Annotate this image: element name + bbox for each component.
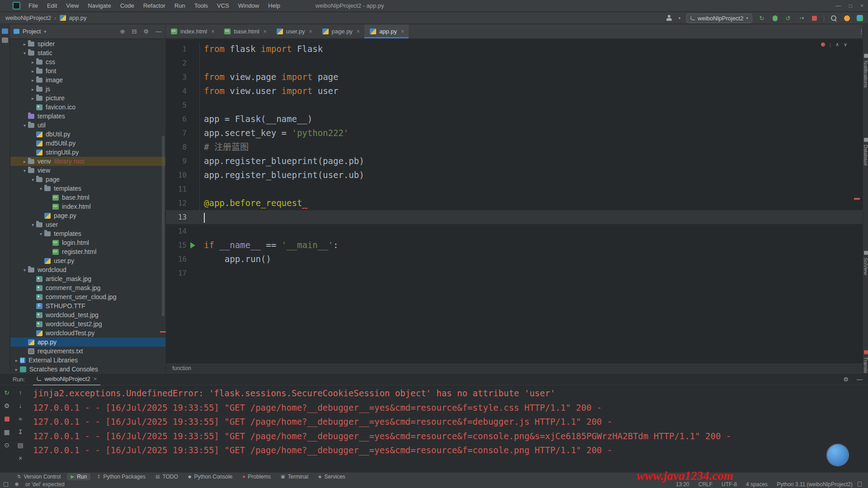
code-line-1[interactable]: 1from flask import Flask xyxy=(166,42,863,56)
tree-arrow-icon[interactable]: ▾ xyxy=(21,168,28,173)
inspections-widget[interactable]: | ∧ ∨ xyxy=(821,42,847,47)
tree-row-md5Util.py[interactable]: md5Util.py xyxy=(10,139,165,148)
code-line-15[interactable]: 15if __name__ == '__main__': xyxy=(166,238,863,252)
code-line-2[interactable]: 2 xyxy=(166,56,863,70)
code-line-7[interactable]: 7app.secret_key = 'python222' xyxy=(166,126,863,140)
close-icon[interactable]: × xyxy=(860,3,863,9)
tree-row-user.py[interactable]: user.py xyxy=(10,256,165,265)
tree-row-view[interactable]: ▾view xyxy=(10,166,165,175)
stripe-tab-database[interactable]: Database xyxy=(863,138,868,166)
collapse-all-icon[interactable]: ⊟ xyxy=(132,28,137,35)
tree-arrow-icon[interactable]: ▸ xyxy=(21,159,28,164)
run-tab-close-icon[interactable]: × xyxy=(94,375,97,382)
background-tasks-icon[interactable] xyxy=(4,482,8,487)
editor-breadcrumb[interactable]: function xyxy=(172,365,191,371)
toolwindow-services[interactable]: ◈Services xyxy=(315,473,349,480)
status-segment-3[interactable]: 4 spaces xyxy=(746,481,768,488)
tree-row-External Libraries[interactable]: ▸External Libraries xyxy=(10,356,165,365)
up-stack-trace-icon[interactable]: ↑ xyxy=(19,388,22,397)
menu-item-run[interactable]: Run xyxy=(171,1,189,10)
tree-row-comment_mask.jpg[interactable]: comment_mask.jpg xyxy=(10,283,165,292)
project-chevron-icon[interactable]: ▾ xyxy=(44,29,46,34)
tree-row-page.py[interactable]: page.py xyxy=(10,211,165,220)
menu-item-file[interactable]: File xyxy=(25,1,42,10)
tree-row-wordcloud_test2.jpg[interactable]: wordcloud_test2.jpg xyxy=(10,319,165,328)
plugin-icon[interactable] xyxy=(856,14,863,22)
tree-row-venv[interactable]: ▸venvlibrary root xyxy=(10,157,165,166)
stripe-tab-sciview[interactable]: SciView xyxy=(863,251,868,275)
stop-icon[interactable] xyxy=(811,14,818,22)
menu-item-vcs[interactable]: VCS xyxy=(213,1,233,10)
tree-arrow-icon[interactable]: ▾ xyxy=(29,222,36,227)
pin-tab-icon[interactable]: ⊙ xyxy=(4,441,9,450)
prev-error-icon[interactable]: ∧ xyxy=(835,42,839,47)
user-menu-icon[interactable] xyxy=(665,14,673,22)
toolwindow-problems[interactable]: ●Problems xyxy=(239,473,274,480)
code-line-12[interactable]: 12@app.before_request_ xyxy=(166,196,863,210)
tree-row-dbUtil.py[interactable]: dbUtil.py xyxy=(10,130,165,139)
tree-row-index.html[interactable]: index.html xyxy=(10,202,165,211)
profiler-icon[interactable]: ◔▾ xyxy=(797,14,805,22)
restore-layout-icon[interactable]: ▦ xyxy=(4,427,9,436)
tree-arrow-icon[interactable]: ▾ xyxy=(38,186,44,191)
project-stripe-icon[interactable] xyxy=(2,28,8,34)
tree-row-article_mask.jpg[interactable]: article_mask.jpg xyxy=(10,274,165,283)
tree-arrow-icon[interactable]: ▾ xyxy=(21,51,28,56)
tab-close-icon[interactable]: × xyxy=(357,28,360,35)
tree-row-requirements.txt[interactable]: requirements.txt xyxy=(10,347,165,356)
code-line-16[interactable]: 16 app.run() xyxy=(166,252,863,266)
tab-base.html[interactable]: base.html× xyxy=(219,24,271,38)
tree-row-Scratches and Consoles[interactable]: ▸Scratches and Consoles xyxy=(10,365,165,372)
menu-item-edit[interactable]: Edit xyxy=(43,1,61,10)
tree-row-wordcloudTest.py[interactable]: wordcloudTest.py xyxy=(10,328,165,338)
down-stack-trace-icon[interactable]: ↓ xyxy=(19,401,22,410)
tree-row-static[interactable]: ▾static xyxy=(10,48,165,57)
code-line-11[interactable]: 11 xyxy=(166,182,863,196)
code-line-14[interactable]: 14 xyxy=(166,224,863,238)
tab-close-icon[interactable]: × xyxy=(211,28,214,35)
tree-row-comment_user_cloud.jpg[interactable]: comment_user_cloud.jpg xyxy=(10,292,165,301)
toolwindow-packages[interactable]: ↥Python Packages xyxy=(93,473,149,480)
project-panel-header[interactable]: Project ▾ ⊕ ⊟ ⚙ — xyxy=(0,24,165,38)
tree-arrow-icon[interactable]: ▸ xyxy=(29,96,36,101)
tab-user.py[interactable]: user.py× xyxy=(271,24,317,38)
scroll-to-end-icon[interactable]: ↧ xyxy=(18,427,23,436)
write-lock-icon[interactable] xyxy=(858,482,862,487)
rerun-icon[interactable]: ↻ xyxy=(4,388,9,397)
console-stop-icon[interactable] xyxy=(5,414,9,423)
tree-row-page[interactable]: ▾page xyxy=(10,175,165,184)
tree-arrow-icon[interactable]: ▸ xyxy=(13,367,20,372)
tree-arrow-icon[interactable]: ▸ xyxy=(29,87,36,92)
tree-row-font[interactable]: ▸font xyxy=(10,66,165,75)
code-line-10[interactable]: 10app.register_blueprint(user.ub) xyxy=(166,168,863,182)
run-line-icon[interactable] xyxy=(190,242,195,249)
tree-row-stringUtil.py[interactable]: stringUtil.py xyxy=(10,148,165,157)
toolwindow-terminal[interactable]: ▣Terminal xyxy=(277,473,312,480)
tree-row-wordcloud_test.jpg[interactable]: wordcloud_test.jpg xyxy=(10,310,165,319)
status-segment-4[interactable]: Python 3.11 (weiboNlpProject2) xyxy=(777,481,853,488)
tree-row-picture[interactable]: ▸picture xyxy=(10,94,165,103)
run-icon[interactable]: ↻ xyxy=(758,14,765,22)
toolwindow-run[interactable]: ▶Run xyxy=(67,473,90,480)
tree-arrow-icon[interactable]: ▸ xyxy=(13,358,20,363)
code-line-9[interactable]: 9app.register_blueprint(page.pb) xyxy=(166,154,863,168)
tab-app.py[interactable]: app.py× xyxy=(364,24,409,38)
run-tab[interactable]: weiboNlpProject2 × xyxy=(33,373,100,385)
stripe-tab-bell[interactable]: Notifications xyxy=(863,54,868,88)
breadcrumb-project[interactable]: weiboNlpProject2 xyxy=(5,14,51,21)
maximize-icon[interactable]: □ xyxy=(849,3,852,9)
tree-row-base.html[interactable]: base.html xyxy=(10,193,165,202)
run-hide-icon[interactable]: — xyxy=(857,376,863,383)
run-config-select[interactable]: weiboNlpProject2 ▾ xyxy=(686,14,752,23)
tree-row-templates[interactable]: templates xyxy=(10,112,165,121)
tree-row-spider[interactable]: ▸spider xyxy=(10,39,165,48)
soft-wrap-icon[interactable]: ≈ xyxy=(19,414,22,423)
menu-item-refactor[interactable]: Refactor xyxy=(140,1,169,10)
tree-row-js[interactable]: ▸js xyxy=(10,84,165,94)
menu-item-help[interactable]: Help xyxy=(264,1,284,10)
menu-item-navigate[interactable]: Navigate xyxy=(84,1,114,10)
debug-icon[interactable] xyxy=(771,14,778,22)
minimize-icon[interactable]: — xyxy=(835,3,841,9)
clear-all-icon[interactable]: × xyxy=(19,454,22,463)
tree-row-app.py[interactable]: app.py xyxy=(10,338,165,347)
